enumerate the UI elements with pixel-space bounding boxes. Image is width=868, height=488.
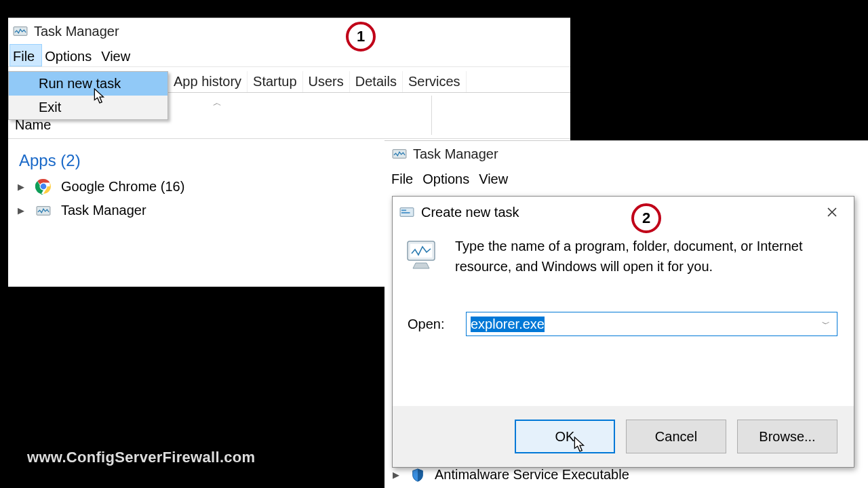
watermark: www.ConfigServerFirewall.com: [27, 449, 255, 466]
dialog-button-row: OK Cancel Browse...: [393, 406, 854, 467]
open-value: explorer.exe: [471, 317, 545, 332]
file-menu-dropdown: Run new task Exit: [8, 71, 168, 120]
process-name: Task Manager: [61, 203, 146, 218]
cancel-button[interactable]: Cancel: [626, 420, 726, 453]
shield-icon: [410, 468, 425, 483]
menubar: File Options View: [8, 44, 570, 67]
menu-item-exit[interactable]: Exit: [9, 96, 167, 119]
browse-button[interactable]: Browse...: [737, 420, 837, 453]
computer-icon: [405, 239, 440, 271]
annotation-badge-2: 2: [631, 203, 661, 233]
menu-file[interactable]: File: [9, 44, 42, 66]
process-name: Antimalware Service Executable: [435, 467, 629, 483]
close-icon: [827, 207, 837, 217]
menu-options[interactable]: Options: [420, 167, 476, 190]
chrome-icon: [35, 178, 52, 195]
menu-item-run-new-task[interactable]: Run new task: [9, 72, 167, 96]
dialog-titlebar[interactable]: Create new task: [393, 197, 854, 228]
titlebar[interactable]: Task Manager: [384, 141, 868, 167]
close-button[interactable]: [817, 202, 847, 222]
task-manager-icon: [12, 24, 28, 38]
tab-app-history[interactable]: App history: [168, 71, 248, 92]
table-row[interactable]: ▶ Antimalware Service Executable: [393, 467, 629, 483]
disclosure-arrow-icon[interactable]: ▶: [18, 182, 26, 192]
process-name: Google Chrome (16): [61, 179, 184, 195]
tab-users[interactable]: Users: [303, 71, 350, 92]
task-manager-icon: [391, 147, 408, 161]
dialog-description: Type the name of a program, folder, docu…: [455, 236, 837, 277]
window-title: Task Manager: [413, 146, 498, 162]
dialog-title: Create new task: [421, 205, 810, 220]
menu-view[interactable]: View: [98, 44, 137, 66]
menu-file[interactable]: File: [389, 167, 420, 190]
tab-services[interactable]: Services: [403, 71, 467, 92]
disclosure-arrow-icon[interactable]: ▶: [393, 470, 401, 480]
disclosure-arrow-icon[interactable]: ▶: [18, 205, 26, 216]
chevron-down-icon[interactable]: ﹀: [822, 319, 830, 330]
svg-rect-8: [401, 212, 410, 214]
menu-options[interactable]: Options: [42, 44, 98, 66]
menubar: File Options View: [384, 167, 868, 190]
tab-details[interactable]: Details: [350, 71, 403, 92]
run-dialog-icon: [399, 206, 414, 218]
svg-rect-7: [401, 209, 406, 211]
svg-point-3: [41, 184, 47, 190]
sort-indicator-up-icon: ︿: [213, 97, 222, 109]
ok-button[interactable]: OK: [515, 420, 615, 453]
task-manager-icon: [35, 204, 52, 218]
annotation-badge-1: 1: [346, 22, 376, 52]
tab-startup[interactable]: Startup: [248, 71, 302, 92]
column-divider: [431, 96, 432, 135]
window-title: Task Manager: [34, 24, 119, 39]
menu-view[interactable]: View: [476, 167, 515, 190]
create-new-task-dialog: Create new task Type the name of a progr…: [392, 196, 854, 468]
open-label: Open:: [408, 317, 454, 332]
titlebar[interactable]: Task Manager: [8, 18, 570, 44]
open-combobox[interactable]: explorer.exe ﹀: [466, 312, 837, 336]
